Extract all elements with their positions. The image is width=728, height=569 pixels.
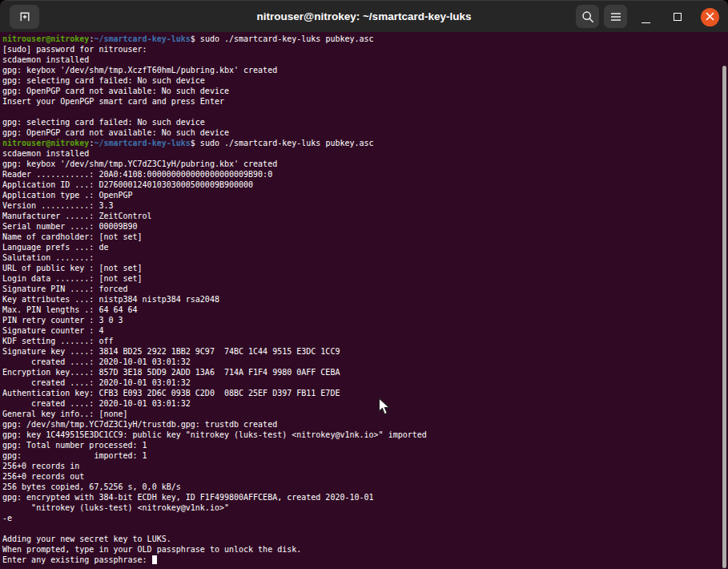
text-cursor <box>152 555 157 564</box>
scrollbar-thumb[interactable] <box>722 66 726 568</box>
terminal-line: 256 bytes copied, 67,5256 s, 0,0 kB/s <box>2 482 728 492</box>
terminal-line: Max. PIN lengths .: 64 64 64 <box>2 305 728 315</box>
terminal-text: gpg: key 1C449515E3DC1CC9: public key "n… <box>2 430 427 439</box>
terminal-line: Serial number ....: 00009B90 <box>2 221 728 232</box>
terminal-text: KDF setting ......: off <box>2 337 113 345</box>
terminal-text: created ....: 2020-10-01 03:01:32 <box>2 378 191 387</box>
terminal-text: "nitrokey (luks-test) <nitrokey@v1nk.io>… <box>2 503 229 512</box>
menu-button[interactable] <box>604 5 627 28</box>
search-button[interactable] <box>576 5 599 28</box>
terminal-line: Enter any existing passphrase: <box>2 555 728 565</box>
terminal-line: Encryption key....: 857D 3E18 5DD9 2ADD … <box>2 367 728 377</box>
terminal-text: Serial number ....: 00009B90 <box>2 222 138 231</box>
terminal-line <box>2 107 728 117</box>
terminal-line: gpg: key 1C449515E3DC1CC9: public key "n… <box>2 430 728 440</box>
terminal-text: $ sudo ./smartcard-key-luks pubkey.asc <box>191 34 374 43</box>
terminal-text: created ....: 2020-10-01 03:01:32 <box>2 399 191 408</box>
terminal-line: Manufacturer .....: ZeitControl <box>2 211 728 221</box>
terminal-line: PIN retry counter : 3 0 3 <box>2 315 728 325</box>
terminal-text: Adding your new secret key to LUKS. <box>2 535 171 543</box>
minimize-button[interactable] <box>633 5 658 29</box>
terminal-text: When prompted, type in your OLD passphra… <box>2 545 301 554</box>
terminal-line: scdaemon installed <box>2 148 728 159</box>
terminal-line: created ....: 2020-10-01 03:01:32 <box>2 357 728 367</box>
terminal-text: gpg: OpenPGP card not available: No such… <box>2 87 229 95</box>
terminal-text: Language prefs ...: de <box>2 243 108 252</box>
terminal-line: gpg: Total number processed: 1 <box>2 440 728 450</box>
terminal-text: Signature PIN ....: forced <box>2 284 128 293</box>
terminal-text: Key attributes ...: nistp384 nistp384 rs… <box>2 295 219 304</box>
terminal-text: 256+0 records out <box>2 472 84 481</box>
new-tab-button[interactable] <box>10 5 39 29</box>
close-icon <box>705 10 715 25</box>
close-button[interactable] <box>701 8 719 26</box>
terminal-line: gpg: keybox '/dev/shm/tmp.XczfT60hmL/pub… <box>2 65 728 75</box>
terminal-text: ~/smartcard-key-luks <box>94 139 190 147</box>
terminal-line: Signature counter : 4 <box>2 325 728 336</box>
terminal-text: gpg: imported: 1 <box>2 451 147 460</box>
terminal-text: $ sudo ./smartcard-key-luks pubkey.asc <box>191 139 374 147</box>
terminal-text: Manufacturer .....: ZeitControl <box>2 212 152 220</box>
terminal-line: Name of cardholder: [not set] <box>2 232 728 242</box>
terminal-line: created ....: 2020-10-01 03:01:32 <box>2 398 728 409</box>
terminal-text: gpg: OpenPGP card not available: No such… <box>2 128 229 137</box>
terminal-text: scdaemon installed <box>2 149 89 158</box>
terminal-line: gpg: imported: 1 <box>2 450 728 461</box>
terminal-text: nitrouser@nitrokey <box>2 34 89 43</box>
terminal-text: Signature counter : 4 <box>2 326 103 335</box>
terminal-text: gpg: selecting card failed: No such devi… <box>2 118 205 127</box>
maximize-icon <box>674 13 682 21</box>
terminal-text: [sudo] password for nitrouser: <box>2 45 152 54</box>
terminal-text: -e <box>2 514 12 523</box>
terminal-line: Authentication key: CFB3 E093 2D6C 093B … <box>2 388 728 398</box>
terminal-line: gpg: OpenPGP card not available: No such… <box>2 127 728 138</box>
terminal-text: Salutation .......: <box>2 253 99 262</box>
terminal-line: nitrouser@nitrokey:~/smartcard-key-luks$… <box>2 138 728 148</box>
terminal-text: Insert your OpenPGP smart card and press… <box>2 97 224 106</box>
terminal-text: gpg: keybox '/dev/shm/tmp.XczfT60hmL/pub… <box>2 66 277 75</box>
terminal-line: gpg: /dev/shm/tmp.YC7dZ3C1yH/trustdb.gpg… <box>2 419 728 430</box>
terminal-line: URL of public key : [not set] <box>2 263 728 273</box>
terminal-line: Reader ...........: 20A0:4108:0000000000… <box>2 169 728 180</box>
terminal-text: Enter any existing passphrase: <box>2 555 152 564</box>
terminal-line: When prompted, type in your OLD passphra… <box>2 544 728 555</box>
terminal-text: gpg: selecting card failed: No such devi… <box>2 76 205 85</box>
terminal-line: Signature key ....: 3814 BD25 2922 1BB2 … <box>2 346 728 357</box>
terminal-line: [sudo] password for nitrouser: <box>2 44 728 54</box>
terminal-line: Signature PIN ....: forced <box>2 284 728 294</box>
terminal-line: gpg: OpenPGP card not available: No such… <box>2 86 728 96</box>
terminal-text: Authentication key: CFB3 E093 2D6C 093B … <box>2 389 340 397</box>
terminal-text: Max. PIN lengths .: 64 64 64 <box>2 305 138 314</box>
terminal-text: Name of cardholder: [not set] <box>2 232 143 241</box>
terminal-text: Login data .......: [not set] <box>2 274 143 283</box>
terminal-line: gpg: encrypted with 384-bit ECDH key, ID… <box>2 492 728 502</box>
terminal-text: Signature key ....: 3814 BD25 2922 1BB2 … <box>2 347 340 356</box>
scrollbar[interactable] <box>721 32 728 569</box>
window-titlebar: nitrouser@nitrokey: ~/smartcard-key-luks <box>0 0 728 32</box>
terminal-line: gpg: keybox '/dev/shm/tmp.YC7dZ3C1yH/pub… <box>2 159 728 169</box>
new-tab-icon <box>18 10 31 23</box>
terminal-line: KDF setting ......: off <box>2 336 728 346</box>
terminal-window: nitrouser@nitrokey: ~/smartcard-key-luks <box>0 0 728 569</box>
terminal-text: Reader ...........: 20A0:4108:0000000000… <box>2 170 272 179</box>
terminal-text: Version ..........: 3.3 <box>2 201 113 210</box>
maximize-button[interactable] <box>666 5 690 29</box>
terminal-text: General key info..: [none] <box>2 410 128 418</box>
terminal-line: General key info..: [none] <box>2 409 728 419</box>
hamburger-menu-icon <box>609 10 622 23</box>
terminal-line: 256+0 records in <box>2 461 728 471</box>
terminal-text: 256 bytes copied, 67,5256 s, 0,0 kB/s <box>2 482 181 491</box>
terminal-line: -e <box>2 513 728 523</box>
terminal-text: scdaemon installed <box>2 55 89 64</box>
terminal-text: gpg: keybox '/dev/shm/tmp.YC7dZ3C1yH/pub… <box>2 159 277 168</box>
terminal-text: URL of public key : [not set] <box>2 264 143 272</box>
terminal-line: Version ..........: 3.3 <box>2 200 728 211</box>
terminal-line: Application ID ...: D2760001240103030005… <box>2 180 728 190</box>
terminal-text: ~/smartcard-key-luks <box>94 34 190 43</box>
terminal-screen[interactable]: nitrouser@nitrokey:~/smartcard-key-luks$… <box>0 32 728 569</box>
terminal-line: Application type .: OpenPGP <box>2 190 728 200</box>
terminal-line: created ....: 2020-10-01 03:01:32 <box>2 377 728 388</box>
terminal-output: nitrouser@nitrokey:~/smartcard-key-luks$… <box>2 34 728 565</box>
terminal-line: 256+0 records out <box>2 471 728 482</box>
terminal-line: gpg: selecting card failed: No such devi… <box>2 117 728 127</box>
